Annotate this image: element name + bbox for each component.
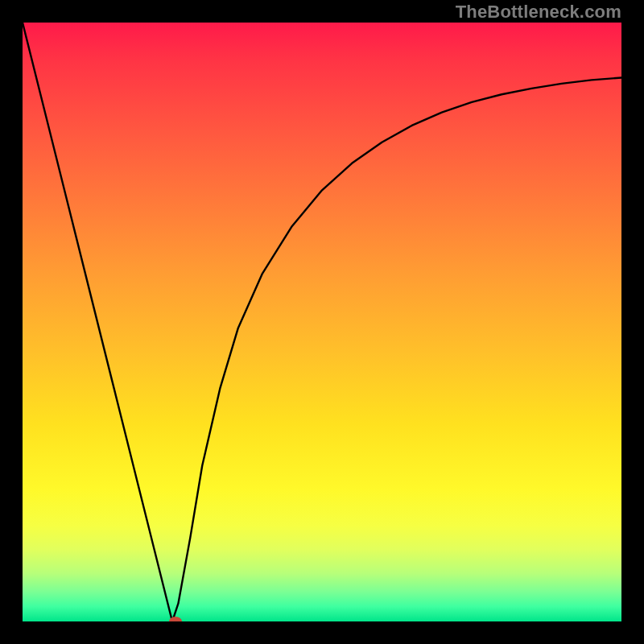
line-curve (23, 23, 621, 621)
curve-path (23, 23, 621, 621)
optimal-point-marker (169, 617, 182, 621)
plot-area (23, 23, 621, 621)
watermark: TheBottleneck.com (456, 2, 621, 23)
chart-frame: TheBottleneck.com (0, 0, 644, 644)
